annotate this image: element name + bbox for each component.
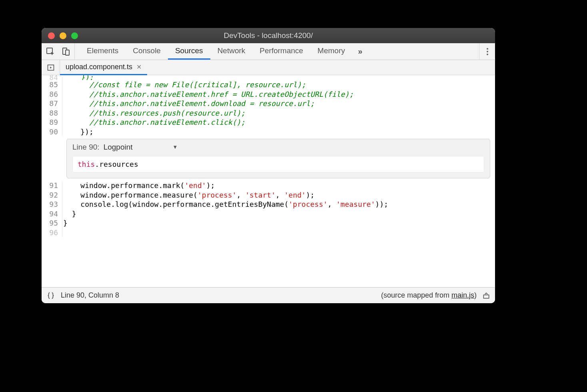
show-navigator-icon[interactable]	[42, 60, 60, 75]
line-number: 96	[42, 228, 62, 238]
line-number: 90	[42, 127, 62, 137]
more-tabs-button[interactable]: »	[352, 43, 368, 60]
close-file-tab-icon[interactable]: ✕	[136, 63, 142, 71]
window-title: DevTools - localhost:4200/	[42, 31, 495, 40]
line-number: 92	[42, 190, 62, 200]
line-number: 84	[42, 75, 62, 80]
code-line: window.performance.mark('end');	[62, 181, 495, 190]
tab-console[interactable]: Console	[126, 43, 168, 60]
inspect-element-icon[interactable]	[46, 47, 55, 56]
code-line: }	[62, 209, 495, 219]
code-editor[interactable]: 84 }); 85 //const file = new File([criti…	[42, 75, 495, 287]
line-number: 91	[42, 181, 62, 190]
code-line: //this.resources.push(resource.url);	[62, 108, 495, 118]
code-line: }	[62, 218, 495, 228]
svg-rect-4	[483, 295, 489, 298]
code-line: console.log(window.performance.getEntrie…	[62, 200, 495, 209]
line-number: 87	[42, 99, 62, 108]
zoom-window-button[interactable]	[71, 32, 78, 39]
chevron-down-icon: ▼	[173, 142, 178, 152]
minimize-window-button[interactable]	[60, 32, 66, 39]
device-toolbar-icon[interactable]	[61, 47, 70, 56]
breakpoint-type-value: Logpoint	[104, 142, 133, 152]
code-line	[62, 228, 495, 238]
status-bar: Line 90, Column 8 (source mapped from ma…	[42, 287, 495, 303]
line-number: 94	[42, 209, 62, 219]
logpoint-expression-input[interactable]: this.resources	[72, 156, 484, 173]
source-map-info: (source mapped from main.js)	[381, 291, 477, 300]
code-line: });	[62, 127, 495, 137]
tab-elements[interactable]: Elements	[80, 43, 126, 60]
code-line: //this.anchor.nativeElement.href = URL.c…	[62, 90, 495, 99]
tab-sources[interactable]: Sources	[168, 43, 210, 60]
settings-menu-button[interactable]	[479, 43, 495, 60]
file-tab-bar: upload.component.ts ✕	[42, 60, 495, 75]
panel-tabs: Elements Console Sources Network Perform…	[75, 43, 479, 60]
tab-network[interactable]: Network	[210, 43, 253, 60]
close-window-button[interactable]	[48, 32, 55, 39]
code-line: //const file = new File([critical], reso…	[62, 80, 495, 90]
file-tab-label: upload.component.ts	[66, 63, 132, 71]
tab-memory[interactable]: Memory	[310, 43, 352, 60]
tab-performance[interactable]: Performance	[252, 43, 310, 60]
devtools-window: DevTools - localhost:4200/ Elements Cons…	[42, 28, 495, 303]
file-tab-upload-component[interactable]: upload.component.ts ✕	[60, 60, 147, 75]
line-number: 95	[42, 218, 62, 228]
line-number: 86	[42, 90, 62, 99]
line-number: 88	[42, 108, 62, 118]
code-line: });	[62, 75, 495, 80]
source-map-link[interactable]: main.js	[451, 291, 474, 299]
line-number: 85	[42, 80, 62, 90]
code-line: //this.anchor.nativeElement.click();	[62, 118, 495, 127]
breakpoint-line-label: Line 90:	[72, 142, 100, 152]
breakpoint-type-select[interactable]: Logpoint ▼	[104, 142, 178, 152]
pretty-print-icon[interactable]	[46, 291, 55, 300]
show-drawer-icon[interactable]	[482, 292, 490, 300]
svg-rect-2	[66, 50, 69, 55]
code-line: window.performance.measure('process', 's…	[62, 190, 495, 200]
breakpoint-editor-panel: Line 90: Logpoint ▼ this.resources	[66, 139, 490, 178]
line-number: 89	[42, 118, 62, 127]
line-number: 93	[42, 200, 62, 209]
window-titlebar: DevTools - localhost:4200/	[42, 28, 495, 43]
code-line: //this.anchor.nativeElement.download = r…	[62, 99, 495, 108]
cursor-position: Line 90, Column 8	[61, 291, 119, 300]
main-toolbar: Elements Console Sources Network Perform…	[42, 43, 495, 60]
